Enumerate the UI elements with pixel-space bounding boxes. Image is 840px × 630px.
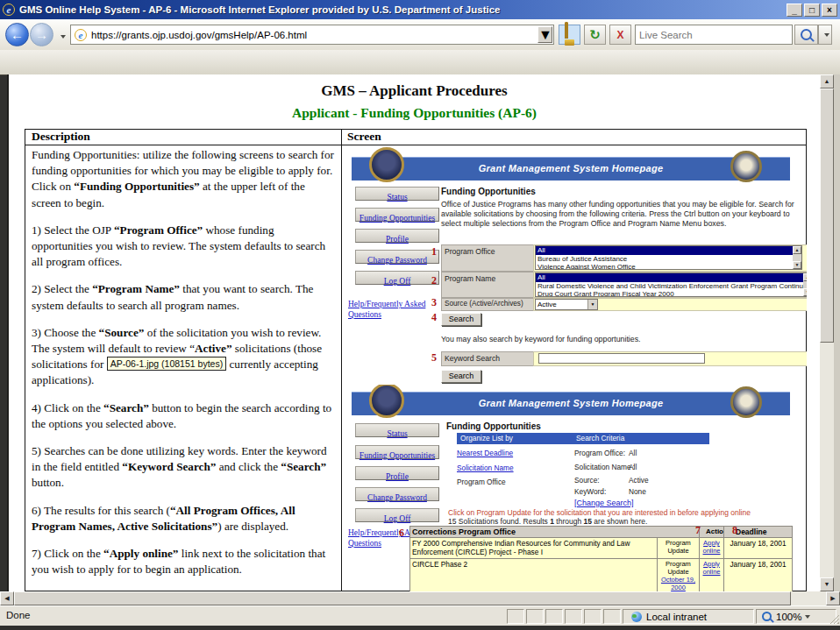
nearest-deadline-link: Nearest Deadline [457,449,513,457]
ojp-seal-icon [730,386,762,418]
apply-online-cell: Apply online [700,558,724,591]
apply-online-cell: Apply online [700,538,724,559]
address-bar[interactable]: e https://grants.ojp.usdoj.gov/gmsHelp/A… [70,25,554,45]
status-pane [526,609,544,624]
vertical-scrollbar-thumb[interactable] [820,88,834,343]
scroll-up-button[interactable]: ▲ [820,74,834,88]
lock-icon [565,24,574,46]
close-button[interactable]: × [822,4,837,17]
listbox-option-selected: All [536,246,801,255]
listbox-scrollbar: ▲▼ [803,273,807,296]
security-lock-button[interactable] [559,25,580,45]
gms-nav-status: Status [355,187,439,201]
doj-seal-icon [369,147,404,182]
back-button[interactable]: ← [5,23,29,46]
resize-grip[interactable] [829,613,839,624]
scroll-down-button[interactable]: ▼ [820,577,834,591]
title-bar: e GMS Online Help System - AP-6 - Micros… [0,0,840,19]
keyword-search-label: Keyword Search [441,351,534,366]
status-pane [507,609,524,624]
deadline-cell: January 18, 2001 [724,538,793,559]
ojp-seal-icon [730,151,762,182]
scroll-down-icon: ▼ [803,288,807,296]
ie-logo-icon: e [75,29,87,41]
annotation-number-3: 3 [431,296,437,309]
criteria-value: None [629,487,646,496]
status-text: Done [6,610,31,620]
program-update-date-link: October 19, 2000 [661,576,695,591]
search-dropdown-button[interactable] [818,25,832,45]
vertical-scrollbar[interactable]: ▲ ▼ [820,74,834,591]
description-paragraph: 3) Choose the “Source” of the solicitati… [32,325,334,389]
search-button[interactable] [794,25,818,45]
horizontal-scrollbar-thumb[interactable] [14,591,791,605]
annotation-number-7: 7 [695,524,701,537]
scroll-left-button[interactable]: ◀ [0,591,14,605]
gms-banner: Grant Management System Homepage [352,157,790,181]
page-content: GMS – Applicant Procedures Applicant - F… [9,74,820,591]
listbox-scrollbar: ▲▼ [793,246,801,269]
source-dropdown-value: Active [536,301,587,308]
solicitation-name-cell: CIRCLE Phase 2 [410,558,658,591]
criteria-label: Program Office: [574,449,625,457]
annotation-number-2: 2 [431,274,437,287]
search-input[interactable] [636,25,792,44]
gms-screenshot-1: Grant Management System Homepage Status … [345,146,807,384]
maximize-button[interactable]: □ [804,4,820,17]
solicitation-name-link: Solicitation Name [457,464,514,472]
organize-list-header: Organize List by [460,433,513,444]
description-paragraph: 7) Click on the “Apply online” link next… [32,546,334,577]
navigation-bar: ← → e https://grants.ojp.usdoj.gov/gmsHe… [0,19,840,51]
description-paragraph: 5) Searches can be done utilizing key wo… [32,443,334,492]
stop-button[interactable]: X [609,25,631,45]
page-subtitle: Applicant - Funding Opportunities (AP-6) [9,105,820,121]
window-right-edge [834,74,840,605]
zoom-pane[interactable]: 100% [756,609,836,624]
listbox-option-selected: All [536,273,807,282]
refresh-icon: ↻ [589,27,601,43]
zoom-level: 100% [776,612,801,622]
keyword-input [538,353,705,364]
status-pane [603,609,621,624]
magnifier-icon [801,29,812,40]
scroll-down-icon: ▼ [793,261,801,269]
minimize-button[interactable]: _ [787,4,802,17]
security-zone-pane: Local intranet [623,609,754,624]
procedures-table: Description Screen Funding Opportunities… [25,129,807,591]
description-cell: Funding Opportunities: utilize the follo… [25,145,338,589]
keyword-note: You may also search by keyword for fundi… [441,335,641,344]
gms-nav-log-off: Log Off [355,271,439,285]
program-name-listbox: All Rural Domestic Violence and Child Vi… [535,273,807,297]
page-title: GMS – Applicant Procedures [9,82,820,100]
criteria-label: KeyWord: [574,487,606,496]
results-count-line: 15 Solicitations found. Results 1 throug… [448,517,647,526]
description-paragraph: 2) Select the “Program Name” that you wa… [32,281,334,313]
refresh-button[interactable]: ↻ [584,25,606,45]
address-url[interactable]: https://grants.ojp.usdoj.gov/gmsHelp/AP-… [91,30,537,40]
gms-nav-change-password: Change Password [355,487,439,501]
gms-section-heading: Funding Opportunities [446,421,541,431]
apply-online-link: Apply online [702,560,720,576]
address-dropdown-button[interactable]: ▼ [537,26,552,43]
scroll-right-button[interactable]: ▶ [826,591,840,605]
gms-nav-status: Status [355,423,439,437]
window-bottom-edge [0,626,840,630]
gms-banner-title: Grant Management System Homepage [479,398,664,408]
gms-banner: Grant Management System Homepage [352,392,790,415]
criteria-label: Source: [574,476,600,485]
change-search-link: [Change Search] [574,499,634,507]
zone-label: Local intranet [646,612,707,622]
history-dropdown-button[interactable] [55,28,67,42]
tab-bar: ★ ★+ e Grants.gov e GMS Online Help Syst… [0,50,840,75]
stop-x-icon: X [616,29,623,41]
chevron-down-icon[interactable] [805,615,810,619]
gms-search-button: Search [441,313,481,326]
gms-section-heading: Funding Opportunities [441,187,536,196]
gms-nav-profile: Profile [355,466,439,480]
horizontal-scrollbar[interactable]: ◀ ▶ [0,591,840,605]
forward-button[interactable]: → [30,23,53,46]
gms-nav-profile: Profile [355,229,439,243]
description-paragraph: 4) Click on the “Search” button to begin… [32,400,334,432]
description-paragraph: 6) The results for this search (“All Pro… [32,503,334,534]
live-search-box[interactable] [635,25,793,45]
